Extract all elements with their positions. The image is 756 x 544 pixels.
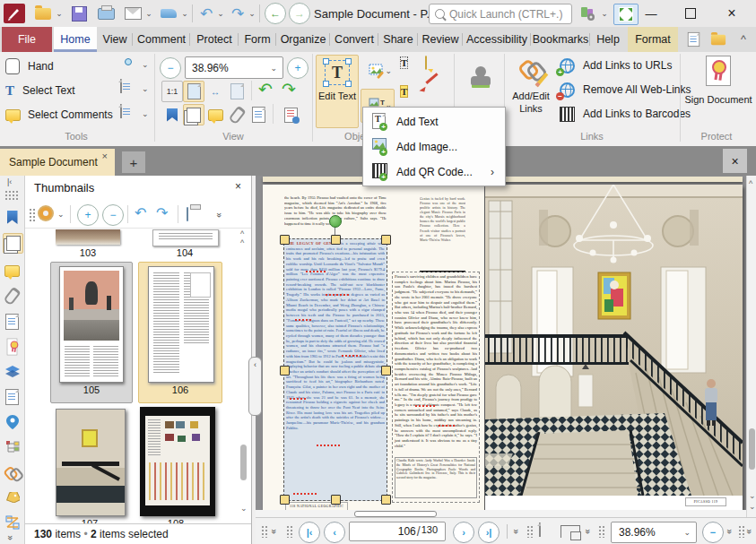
back-button[interactable]: ← — [265, 4, 286, 23]
first-page-button[interactable]: |‹ — [299, 522, 320, 543]
scroll-down-icon[interactable]: ⌄ — [749, 491, 756, 500]
tab-home[interactable]: Home — [54, 27, 97, 52]
scan-button[interactable] — [158, 4, 179, 23]
close-document-button[interactable]: × — [723, 149, 747, 173]
more-panes-chevron[interactable]: » — [8, 532, 13, 542]
shrink-thumbnails-button[interactable]: − — [102, 204, 124, 226]
zoom-out-button[interactable]: − — [702, 522, 724, 543]
thumbnail-page-105[interactable]: 105 — [50, 262, 133, 403]
tab-share[interactable]: Share — [378, 27, 418, 52]
undo-button[interactable]: ↶ — [197, 4, 215, 23]
add-links-to-urls-button[interactable]: + Add Links to URLs — [560, 56, 672, 75]
fit-page-button[interactable] — [183, 81, 204, 102]
search-comments-button[interactable] — [120, 105, 122, 117]
tab-help[interactable]: Help — [590, 27, 626, 52]
ui-options-dropdown[interactable]: ⌄ — [600, 4, 609, 23]
selection-handle-n[interactable] — [331, 235, 341, 245]
rotate-cw-button[interactable]: ↷ — [282, 79, 296, 99]
tab-format[interactable]: Format — [628, 27, 678, 52]
scan-dropdown[interactable]: ⌄ — [180, 4, 189, 23]
toolbar-grip[interactable] — [526, 525, 534, 538]
tab-protect[interactable]: Protect — [190, 27, 239, 52]
collapse-pane-button[interactable]: |‹ — [7, 177, 12, 186]
comments-pane-button[interactable] — [204, 104, 226, 125]
thumbnail-page-106-current[interactable]: 106 — [138, 262, 222, 403]
add-edit-links-button[interactable]: Add/Edit Links — [508, 56, 554, 125]
next-page-button[interactable]: › — [453, 522, 474, 543]
selected-text-block[interactable]: THE LEGACY OF GENIUS is a sweeping affai… — [283, 238, 387, 501]
page-number-field[interactable]: 106/130 — [349, 522, 446, 541]
selection-handle-sw[interactable] — [280, 495, 290, 505]
quick-launch-input[interactable]: Quick Launch (CTRL+.) — [429, 4, 572, 24]
tab-form[interactable]: Form — [239, 27, 276, 52]
sidebar-item-attachments[interactable] — [3, 287, 22, 306]
rotate-ccw-90-button[interactable]: ↶ — [135, 204, 146, 221]
search-in-files-button[interactable] — [707, 27, 730, 52]
selection-handle-ne[interactable] — [381, 235, 391, 245]
sidebar-item-comments[interactable] — [3, 262, 22, 281]
email-button[interactable] — [122, 4, 143, 23]
sidebar-item-bookmarks[interactable] — [3, 208, 22, 227]
sidebar-item-content[interactable] — [3, 387, 22, 406]
rotation-handle[interactable] — [329, 215, 342, 228]
toolbar-grip[interactable] — [598, 525, 605, 538]
sidebar-item-destinations[interactable] — [3, 412, 22, 431]
zoom-field[interactable]: 38.96% ⌄ — [611, 522, 697, 543]
overflow-chevron[interactable]: » — [586, 526, 590, 536]
scrollbar-thumb[interactable] — [240, 445, 247, 480]
scroll-up-icon[interactable]: ^ — [240, 229, 244, 238]
document-vertical-scrollbar[interactable]: ^ ⌄ ⌄ — [746, 176, 756, 517]
sidebar-item-signatures[interactable] — [3, 337, 22, 356]
menu-item-add-image[interactable]: + Add Image... — [365, 134, 501, 159]
open-file-dropdown[interactable]: ⌄ — [55, 4, 64, 23]
selected-text-block-2[interactable]: Picasso's surviving children and grandch… — [392, 272, 480, 503]
rotate-ccw-button[interactable]: ↶ — [258, 79, 273, 99]
toolbar-grip[interactable] — [261, 525, 268, 538]
snapshot-dropdown[interactable]: ⌄ — [142, 60, 149, 69]
thumbnails-panel-close-button[interactable]: × — [235, 180, 241, 193]
actual-size-button[interactable]: 1:1 — [161, 81, 183, 102]
menu-item-add-text[interactable]: T+ Add Text — [365, 109, 501, 134]
previous-page-button[interactable]: ‹ — [324, 522, 345, 543]
paste-dropdown[interactable]: ⌄ — [142, 84, 149, 93]
maximize-button[interactable] — [673, 0, 708, 27]
attachments-pane-button[interactable] — [226, 104, 248, 125]
scrollbar-thumb[interactable] — [749, 428, 755, 470]
enlarge-thumbnails-button[interactable]: + — [77, 204, 99, 226]
sign-document-button[interactable]: Sign Document — [683, 56, 753, 107]
fit-layout-button[interactable] — [560, 525, 580, 538]
rotate-cw-90-button[interactable]: ↷ — [156, 204, 168, 221]
overflow-chevron[interactable]: » — [514, 526, 518, 536]
document-horizontal-scrollbar[interactable] — [256, 510, 746, 517]
tab-review[interactable]: Review — [418, 27, 463, 52]
sidebar-item-tags[interactable] — [3, 437, 22, 456]
select-comments-button[interactable]: Select Comments — [5, 105, 113, 125]
tab-accessibility[interactable]: Accessibility — [463, 27, 531, 52]
find-in-document-button[interactable] — [682, 27, 705, 52]
select-text-button[interactable]: T Select Text — [5, 81, 75, 100]
document-tab-close-icon[interactable]: × — [102, 151, 108, 161]
close-window-button[interactable]: × — [714, 0, 750, 27]
menu-item-add-qr-code[interactable]: + Add QR Code... › — [365, 160, 501, 184]
scroll-up-icon[interactable]: ^ — [749, 179, 752, 188]
tab-bookmarks[interactable]: Bookmarks — [531, 27, 590, 52]
zoom-in-button[interactable]: + — [287, 57, 308, 79]
sidebar-item-order[interactable] — [3, 513, 22, 531]
thumbnails-options-button[interactable] — [39, 207, 52, 220]
hand-tool-button[interactable]: Hand — [5, 56, 54, 76]
edit-objects-button[interactable]: ⌄ — [361, 55, 395, 89]
thumbnail-page-104[interactable] — [152, 229, 219, 246]
thumbnail-page-107[interactable] — [56, 409, 126, 516]
scroll-up-icon[interactable]: ^ — [240, 238, 244, 247]
search-comments-dropdown[interactable]: ⌄ — [142, 109, 149, 118]
sidebar-item-layers[interactable] — [3, 362, 22, 381]
zoom-combobox[interactable]: 38.96% ⌄ — [185, 56, 283, 79]
remove-all-web-links-button[interactable]: − Remove All Web-Links — [560, 80, 691, 99]
panel-splitter-handle[interactable]: ‹ — [248, 357, 262, 416]
redo-button[interactable]: ↷ — [229, 4, 247, 23]
overflow-chevron[interactable]: » — [272, 526, 276, 536]
sidebar-item-links[interactable] — [3, 462, 22, 481]
selection-handle-nw[interactable] — [280, 235, 290, 245]
scrollbar-thumb[interactable] — [354, 511, 437, 517]
add-links-to-barcodes-button[interactable]: Add Links to Barcodes — [560, 104, 691, 124]
